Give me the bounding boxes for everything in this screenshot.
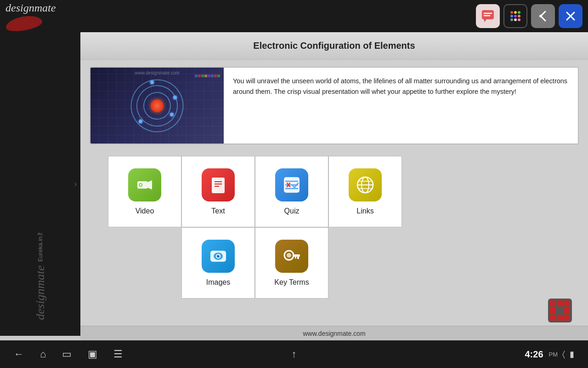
logo-area: designmate — [6, 2, 56, 30]
top-bar: designmate — [0, 0, 588, 32]
clock: 4:26 — [525, 349, 543, 360]
nav-button[interactable] — [531, 4, 555, 28]
main-content: Electronic Configuration of Elements www… — [80, 32, 588, 340]
svg-point-11 — [140, 184, 141, 186]
quiz-checkmark-icon — [283, 176, 301, 194]
more-apps-grid-icon — [548, 299, 572, 322]
home-button[interactable]: ⌂ — [40, 348, 46, 360]
page-title: Electronic Configuration of Elements — [253, 40, 415, 51]
grid-dot — [557, 307, 563, 313]
electron-2 — [173, 96, 177, 99]
keyterms-icon — [275, 240, 308, 273]
app-grid: Video Text — [80, 151, 588, 303]
key-icon — [283, 247, 301, 265]
logo-swoosh — [5, 13, 43, 33]
bottom-left-nav: ← ⌂ ▭ ▣ ☰ — [14, 348, 123, 360]
svg-point-4 — [539, 15, 542, 17]
grid-dot — [564, 300, 570, 306]
sidebar-eureka-label: Eureka.in™ — [37, 230, 44, 262]
grid-dot — [550, 307, 556, 313]
grid-dot — [564, 307, 570, 313]
bottom-right-status: 4:26 PM 〈 ▮ — [525, 349, 574, 360]
electron-4 — [170, 113, 174, 116]
book-icon — [209, 176, 227, 194]
apps-button[interactable] — [503, 4, 527, 28]
grid-dot — [557, 300, 563, 306]
back-button[interactable]: ← — [14, 348, 24, 360]
thumbnail-watermark: www.designmate.com — [135, 70, 179, 75]
thumbnail: www.designmate.com — [90, 68, 224, 144]
svg-rect-0 — [482, 10, 494, 19]
grid-dot — [550, 315, 556, 321]
app-cell-video[interactable]: Video — [108, 156, 181, 227]
battery-icon: ▮ — [570, 349, 574, 359]
video-camera-icon — [136, 176, 154, 194]
up-button[interactable]: ↑ — [292, 348, 297, 360]
svg-rect-13 — [212, 178, 218, 193]
text-label: Text — [211, 207, 225, 215]
electron-3 — [139, 120, 142, 123]
chat-icon — [481, 9, 495, 23]
nucleus — [151, 99, 164, 112]
globe-icon — [356, 176, 374, 194]
wifi-icon: 〈 — [562, 350, 565, 359]
app-cell-keyterms[interactable]: Key Terms — [255, 227, 328, 299]
screenshot-button[interactable]: ▣ — [88, 348, 97, 360]
bottom-center-nav: ↑ — [292, 348, 297, 360]
quiz-label: Quiz — [284, 207, 300, 215]
svg-rect-36 — [297, 257, 299, 259]
recent-apps-button[interactable]: ▭ — [62, 348, 72, 360]
close-button[interactable] — [559, 4, 582, 28]
links-label: Links — [356, 207, 373, 215]
eye-icon — [209, 247, 227, 265]
grid-dot — [557, 315, 563, 321]
electron-1 — [150, 80, 154, 84]
svg-rect-35 — [293, 254, 300, 257]
svg-marker-9 — [147, 180, 152, 190]
text-icon — [202, 168, 235, 201]
title-bar: Electronic Configuration of Elements — [80, 32, 588, 60]
top-icons — [476, 4, 582, 28]
sidebar-brand-label: designmate — [34, 265, 47, 320]
grid-dot — [564, 315, 570, 321]
app-cell-links[interactable]: Links — [328, 156, 402, 227]
close-icon — [564, 10, 577, 23]
links-icon — [349, 168, 382, 201]
url-text: www.designmate.com — [303, 330, 365, 337]
video-label: Video — [136, 207, 154, 215]
svg-point-34 — [287, 253, 291, 258]
dots-grid — [509, 10, 521, 22]
grid-dot — [550, 300, 556, 306]
logo-text: designmate — [6, 2, 56, 14]
info-section: www.designmate.com — [90, 67, 579, 144]
keyterms-label: Key Terms — [274, 278, 309, 287]
svg-rect-37 — [295, 257, 296, 259]
menu-button[interactable]: ☰ — [113, 348, 123, 360]
video-icon — [128, 168, 161, 201]
bottom-bar: ← ⌂ ▭ ▣ ☰ ↑ 4:26 PM 〈 ▮ — [0, 340, 588, 368]
svg-marker-1 — [484, 19, 486, 22]
chat-button[interactable] — [476, 4, 500, 28]
periodic-hint — [195, 75, 220, 77]
clock-ampm: PM — [549, 351, 558, 358]
nav-icon — [536, 9, 550, 23]
quiz-icon — [275, 168, 308, 201]
images-label: Images — [206, 278, 230, 287]
app-cell-images[interactable]: Images — [181, 227, 255, 299]
url-bar: www.designmate.com — [80, 326, 588, 340]
svg-point-32 — [219, 255, 220, 256]
images-icon — [202, 240, 235, 273]
app-cell-text[interactable]: Text — [181, 156, 255, 227]
info-text: You will unravel the unseen world of ato… — [224, 68, 578, 144]
app-cell-quiz[interactable]: Quiz — [255, 156, 328, 227]
sidebar: › Eureka.in™ designmate — [0, 32, 80, 336]
atom-visual — [130, 78, 185, 133]
sidebar-arrow: › — [74, 180, 77, 188]
